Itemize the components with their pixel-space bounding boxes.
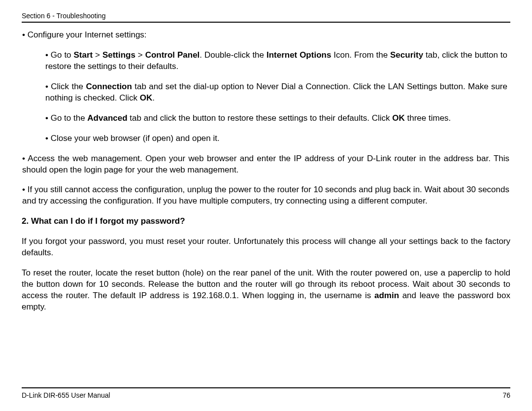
sub-bullet-connection: • Click the Connection tab and set the d… <box>45 81 507 104</box>
text: . <box>152 93 155 103</box>
text: • Go to <box>45 50 73 60</box>
question-2: 2. What can I do if I forgot my password… <box>22 216 510 227</box>
text: • Go to the <box>45 113 87 123</box>
sub-bullet-goto: • Go to Start > Settings > Control Panel… <box>45 50 507 72</box>
bold-ok: OK <box>140 93 153 103</box>
bold-security: Security <box>390 50 423 60</box>
bold-admin: admin <box>374 291 399 300</box>
text: three times. <box>405 113 451 123</box>
text: tab and click the button to restore thes… <box>128 113 393 123</box>
bold-start: Start <box>73 50 93 60</box>
bullet-still-cannot: • If you still cannot access the configu… <box>22 184 509 207</box>
header-rule <box>22 22 510 23</box>
bold-ok: OK <box>392 113 405 123</box>
footer-rule <box>22 387 510 388</box>
bullet-access: • Access the web management. Open your w… <box>22 153 509 176</box>
text: 2. What can I do if I forgot my password… <box>22 216 185 226</box>
section-title: Section 6 - Troubleshooting <box>22 12 105 20</box>
answer-para-1: If you forgot your password, you must re… <box>22 236 510 259</box>
answer-para-2: To reset the router, locate the reset bu… <box>22 268 510 313</box>
page-number: 76 <box>502 391 510 399</box>
text: Icon. From the <box>331 50 390 60</box>
bold-settings: Settings <box>102 50 135 60</box>
text: . Double-click the <box>200 50 266 60</box>
sub-bullet-close: • Close your web browser (if open) and o… <box>45 133 507 144</box>
document-page: Section 6 - Troubleshooting • Configure … <box>0 0 532 411</box>
page-header: Section 6 - Troubleshooting <box>22 12 510 22</box>
bullet-configure: • Configure your Internet settings: <box>22 30 510 41</box>
text: • Configure your Internet settings: <box>22 30 147 39</box>
text: > <box>93 50 102 60</box>
bold-control-panel: Control Panel <box>145 50 200 60</box>
page-content: • Configure your Internet settings: • Go… <box>22 30 510 399</box>
bold-connection: Connection <box>86 82 132 91</box>
bold-advanced: Advanced <box>87 113 127 123</box>
text: • Close your web browser (if open) and o… <box>45 134 220 143</box>
text: • If you still cannot access the configu… <box>22 185 509 206</box>
footer-row: D-Link DIR-655 User Manual 76 <box>22 391 510 399</box>
manual-title: D-Link DIR-655 User Manual <box>22 391 110 399</box>
text: • Access the web management. Open your w… <box>22 154 509 174</box>
page-footer: D-Link DIR-655 User Manual 76 <box>22 387 510 399</box>
text: • Click the <box>45 82 86 91</box>
text: > <box>135 50 145 60</box>
sub-bullet-advanced: • Go to the Advanced tab and click the b… <box>45 113 507 124</box>
bold-internet-options: Internet Options <box>266 50 331 60</box>
text: If you forgot your password, you must re… <box>22 237 510 257</box>
